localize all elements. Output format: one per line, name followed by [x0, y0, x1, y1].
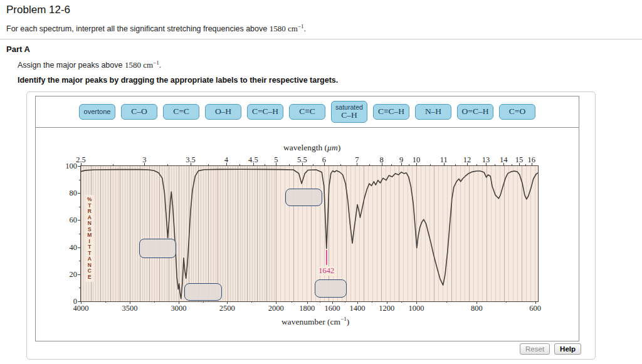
help-button[interactable]: Help — [554, 343, 581, 355]
drag-label-c-c[interactable]: C≡C — [289, 104, 325, 119]
bottom-tick-label: 1600 — [318, 304, 346, 313]
top-tick-mark — [401, 163, 402, 166]
bottom-minor-tick — [446, 301, 447, 303]
problem-intro: For each spectrum, interpret all the sig… — [6, 23, 306, 34]
bottom-tick-label: 600 — [522, 304, 549, 313]
bottom-minor-tick — [506, 301, 507, 303]
y-tick-label: 0 — [57, 297, 77, 306]
drag-label-overtone[interactable]: overtone — [79, 104, 115, 120]
top-tick-mark — [416, 163, 417, 166]
transmittance-letter: E — [87, 274, 92, 281]
drag-label-o-h[interactable]: O–H — [205, 104, 241, 119]
drag-label-c-c-h[interactable]: C≡C–H — [373, 104, 409, 119]
top-minor-tick — [340, 164, 341, 166]
bottom-tick-label: 3000 — [165, 304, 192, 313]
drag-label-c-o[interactable]: C–O — [121, 104, 157, 119]
top-tick-mark — [276, 163, 276, 166]
bottom-tick-label: 2000 — [262, 304, 290, 313]
y-minor-tick — [79, 288, 81, 288]
top-tick-mark — [81, 163, 82, 166]
drag-label-c-o[interactable]: C=O — [499, 104, 535, 119]
top-tick-mark — [253, 163, 254, 166]
top-tick-mark — [226, 163, 227, 166]
bottom-minor-tick — [372, 301, 372, 303]
button-bar: Reset Help — [520, 343, 581, 355]
y-tick-label: 20 — [57, 270, 77, 279]
bottom-minor-tick — [154, 301, 155, 303]
y-tick-mark — [78, 247, 81, 248]
top-tick-mark — [467, 163, 468, 166]
bottom-minor-tick — [105, 301, 106, 303]
bottom-tick-label: 3500 — [116, 304, 144, 313]
y-tick-mark — [78, 193, 81, 194]
y-minor-tick — [79, 261, 81, 261]
drag-label-c-c[interactable]: C=C — [163, 104, 199, 119]
problem-title: Problem 12-6 — [6, 4, 70, 16]
top-tick-mark — [532, 163, 532, 166]
top-tick-mark — [191, 163, 191, 166]
bottom-tick-label: 2500 — [213, 304, 241, 313]
y-tick-mark — [78, 274, 81, 275]
top-tick-mark — [503, 163, 504, 166]
assign-instruction: Assign the major peaks above 1580 cm−1. — [18, 60, 161, 70]
drag-label-saturated-c-h[interactable]: saturatedC–H — [331, 101, 367, 123]
bottom-tick-label: 800 — [463, 304, 490, 313]
bottom-tick-label: 1800 — [293, 304, 321, 313]
top-tick-mark — [486, 163, 487, 166]
y-tick-mark — [78, 166, 81, 167]
y-tick-mark — [78, 220, 81, 221]
drag-label-n-h[interactable]: N–H — [415, 104, 451, 119]
bottom-tick-mark — [535, 301, 536, 304]
drop-target-4[interactable] — [315, 279, 347, 298]
bottom-tick-mark — [81, 301, 82, 304]
problem-page: Problem 12-6 For each spectrum, interpre… — [0, 0, 642, 364]
top-minor-tick — [208, 164, 209, 166]
y-minor-tick — [79, 180, 81, 180]
top-tick-mark — [302, 163, 303, 166]
ir-plot: %TRANSMITTANCE 2.533.544.555.56789101112… — [80, 165, 539, 302]
y-tick-label: 80 — [57, 189, 77, 198]
bottom-tick-mark — [130, 301, 130, 304]
drag-label-c-c-h[interactable]: C=C–H — [247, 104, 283, 119]
bottom-tick-mark — [476, 301, 477, 304]
y-minor-tick — [79, 207, 81, 207]
bottom-minor-tick — [203, 301, 204, 303]
bottom-tick-mark — [387, 301, 387, 304]
drop-target-1[interactable] — [139, 239, 176, 258]
drag-instruction: Identify the major peaks by dragging the… — [18, 76, 338, 85]
bottom-tick-mark — [179, 301, 179, 304]
labels-tray: overtoneC–OC=CO–HC=C–HC≡CsaturatedC–HC≡C… — [36, 96, 579, 128]
y-tick-label: 60 — [57, 216, 77, 225]
bottom-tick-mark — [332, 301, 333, 304]
bottom-tick-mark — [227, 301, 228, 304]
transmittance-axis-label: %TRANSMITTANCE — [86, 195, 93, 282]
ir-curve — [81, 166, 538, 301]
y-tick-mark — [78, 301, 81, 302]
y-tick-label: 100 — [57, 162, 77, 171]
wavenumber-axis-label: wavenumber (cm−1) — [282, 316, 349, 327]
peak-annotation-1642: 1642 — [317, 266, 336, 276]
top-tick-mark — [444, 163, 445, 166]
top-tick-mark — [382, 163, 382, 166]
bottom-tick-label: 1400 — [344, 304, 371, 313]
drag-label-o-c-h[interactable]: O=C–H — [457, 104, 493, 119]
activity-panel: overtoneC–OC=CO–HC=C–HC≡CsaturatedC–HC≡C… — [26, 91, 596, 360]
bottom-minor-tick — [401, 301, 402, 303]
bottom-tick-mark — [416, 301, 417, 304]
y-tick-label: 40 — [57, 243, 77, 252]
bottom-tick-label: 1200 — [373, 304, 401, 313]
top-minor-tick — [167, 164, 168, 166]
divider — [0, 39, 642, 39]
bottom-minor-tick — [320, 301, 320, 303]
drop-target-2[interactable] — [184, 283, 222, 301]
bottom-tick-mark — [276, 301, 276, 304]
top-tick-mark — [144, 163, 145, 166]
wavelength-axis-label: wavelength (μm) — [283, 143, 340, 153]
bottom-minor-tick — [292, 301, 292, 303]
drop-target-3[interactable] — [285, 189, 322, 206]
bottom-tick-mark — [357, 301, 358, 304]
y-minor-tick — [79, 234, 81, 234]
top-minor-tick — [113, 164, 113, 166]
spectrum-panel: overtoneC–OC=CO–HC=C–HC≡CsaturatedC–HC≡C… — [35, 96, 579, 341]
reset-button[interactable]: Reset — [520, 343, 550, 355]
